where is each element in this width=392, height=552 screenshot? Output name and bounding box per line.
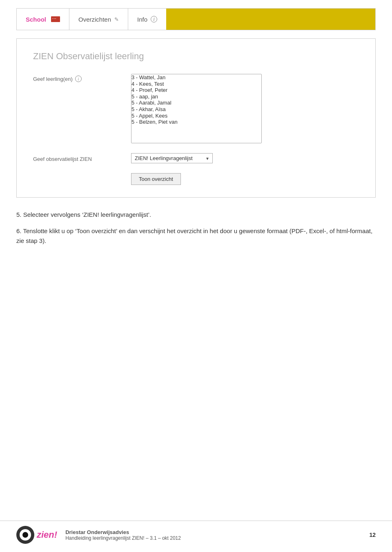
tab-school[interactable]: School xyxy=(17,9,69,30)
leerling-label: Geef leerling(en) i xyxy=(33,74,119,82)
tab-info[interactable]: Info i xyxy=(128,9,166,30)
main-content-box: ZIEN Observatielijst leerling Geef leerl… xyxy=(16,38,376,198)
page-title: ZIEN Observatielijst leerling xyxy=(33,51,359,62)
footer: zien! Driestar Onderwijsadvies Handleidi… xyxy=(0,521,392,544)
info-label: Info xyxy=(137,16,147,23)
school-label: School xyxy=(26,16,46,23)
footer-logo: zien! xyxy=(16,526,57,544)
observatielijst-dropdown[interactable]: ZIEN! Leerlingvragenlijst xyxy=(131,153,213,163)
logo-pupil xyxy=(22,532,28,538)
logo-icon xyxy=(16,526,34,544)
observatielijst-dropdown-wrapper: ZIEN! Leerlingvragenlijst xyxy=(131,153,213,163)
leerling-row: Geef leerling(en) i 3 - Wattel, Jan4 - K… xyxy=(33,74,359,143)
footer-info: Driestar Onderwijsadvies Handleiding lee… xyxy=(65,529,181,541)
footer-company: Driestar Onderwijsadvies xyxy=(65,529,181,535)
leerling-info-icon: i xyxy=(75,76,82,82)
school-menu-icon xyxy=(51,16,60,22)
observatielijst-label: Geef observatielijst ZIEN xyxy=(33,154,119,162)
step6-text: 6. Tenslotte klikt u op ‘Toon overzicht’… xyxy=(16,226,376,246)
observatielijst-row: Geef observatielijst ZIEN ZIEN! Leerling… xyxy=(33,153,359,163)
button-row: Toon overzicht xyxy=(33,173,359,185)
leerling-listbox[interactable]: 3 - Wattel, Jan4 - Kees, Test4 - Proef, … xyxy=(131,74,262,143)
navigation-bar: School Overzichten ✎ Info i xyxy=(16,8,376,30)
footer-subtitle: Handleiding leerlingvragenlijst ZIEN! – … xyxy=(65,535,181,541)
pencil-icon: ✎ xyxy=(114,16,119,22)
form-area: Geef leerling(en) i 3 - Wattel, Jan4 - K… xyxy=(33,74,359,185)
info-icon: i xyxy=(151,16,157,22)
logo-text: zien! xyxy=(37,530,57,540)
overzichten-label: Overzichten xyxy=(78,16,111,23)
step5-text: 5. Selecteer vervolgens ‘ZIEN! leerlingv… xyxy=(16,210,376,220)
footer-page-number: 12 xyxy=(369,532,376,538)
toon-overzicht-button[interactable]: Toon overzicht xyxy=(131,173,181,185)
tab-overzichten[interactable]: Overzichten ✎ xyxy=(69,9,128,30)
logo-eye xyxy=(20,529,31,541)
nav-spacer xyxy=(166,9,375,30)
